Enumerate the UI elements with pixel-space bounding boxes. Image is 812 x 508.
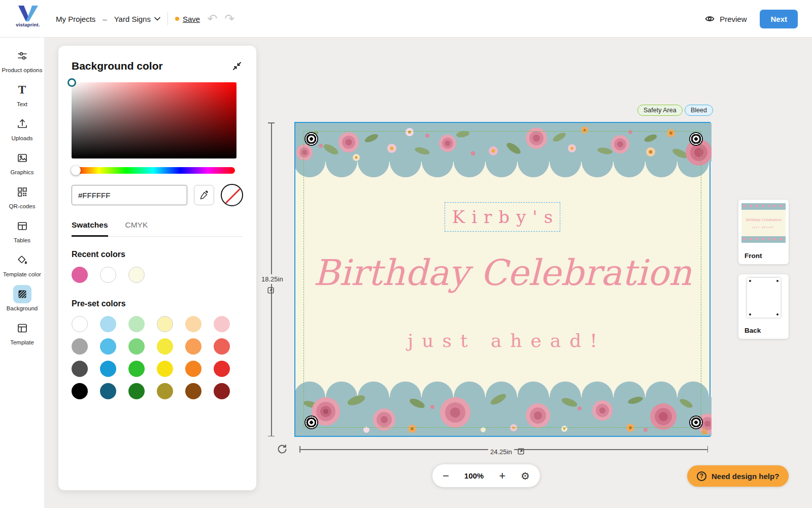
color-swatch[interactable] (72, 338, 88, 355)
need-design-help-button[interactable]: ? Need design help? (687, 465, 789, 487)
zoom-control: − 100% + ⚙ (432, 464, 540, 487)
text-selection-box[interactable]: Kirby's (445, 202, 560, 232)
hue-slider-handle[interactable] (71, 166, 81, 175)
sidebar-item-tables[interactable]: Tables (1, 217, 44, 244)
zoom-out-button[interactable]: − (443, 470, 449, 482)
paint-icon (13, 251, 31, 269)
tab-swatches[interactable]: Swatches (72, 220, 108, 237)
background-color-panel: Background color (58, 46, 256, 490)
color-swatch[interactable] (185, 361, 201, 377)
color-gradient-picker[interactable] (72, 82, 236, 158)
lock-icon (701, 428, 708, 435)
color-swatch[interactable] (128, 316, 145, 332)
color-swatch[interactable] (128, 267, 145, 283)
undo-button[interactable]: ↶ (207, 13, 217, 25)
tab-cmyk[interactable]: CMYK (125, 220, 148, 236)
sidebar-item-text[interactable]: T Text (1, 81, 44, 108)
color-swatch[interactable] (128, 338, 145, 355)
color-swatch[interactable] (100, 316, 116, 332)
color-swatch[interactable] (214, 338, 230, 355)
panel-title: Background color (72, 60, 163, 72)
front-thumbnail: Birthday Celebration just ahead! (741, 203, 786, 243)
app-root: vistaprint. My Projects – Yard Signs Sav… (0, 0, 812, 508)
front-thumb-bottom-border (741, 236, 786, 243)
color-swatch[interactable] (100, 383, 116, 399)
sidebar-item-template-color[interactable]: Template color (1, 251, 44, 278)
color-swatch[interactable] (72, 316, 88, 332)
hex-color-input[interactable] (72, 185, 187, 205)
project-name-dropdown[interactable]: Yard Signs (114, 15, 160, 23)
redo-button[interactable]: ↷ (224, 13, 234, 25)
preview-button[interactable]: Preview (704, 14, 747, 24)
my-projects-link[interactable]: My Projects (56, 15, 95, 23)
color-swatch[interactable] (214, 383, 230, 399)
sliders-icon (13, 47, 31, 65)
sidebar-item-uploads[interactable]: Uploads (1, 115, 44, 142)
color-swatch[interactable] (185, 316, 201, 332)
qr-code-icon (13, 183, 31, 201)
tool-sidebar: Product options T Text Uploads Graphics (0, 38, 45, 508)
color-swatch[interactable] (72, 361, 88, 377)
next-button[interactable]: Next (760, 10, 798, 28)
width-resize-button[interactable] (517, 448, 525, 455)
color-swatch[interactable] (214, 361, 230, 377)
chevron-down-icon (154, 17, 160, 21)
color-swatch[interactable] (100, 361, 116, 377)
template-icon (13, 319, 31, 337)
gradient-selector-handle[interactable] (67, 78, 76, 87)
preset-colors-grid (72, 316, 243, 399)
rotate-icon (277, 443, 288, 455)
collapse-panel-button[interactable] (231, 60, 243, 72)
color-swatch[interactable] (185, 383, 201, 399)
sidebar-item-graphics[interactable]: Graphics (1, 149, 44, 176)
gear-icon[interactable]: ⚙ (521, 471, 530, 481)
width-dimension-label: 24.25in (488, 447, 514, 457)
grommet-mark-top-right (689, 132, 703, 146)
page-front-card[interactable]: Birthday Celebration just ahead! Front (738, 200, 789, 264)
save-button[interactable]: Save (183, 15, 200, 23)
no-color-button[interactable] (221, 184, 243, 206)
color-swatch[interactable] (157, 383, 173, 399)
grommet-mark-bottom-left (304, 416, 318, 429)
height-resize-button[interactable] (267, 287, 275, 294)
vistaprint-v-icon (17, 5, 39, 22)
resize-icon (517, 448, 525, 455)
color-swatch[interactable] (128, 383, 145, 399)
sidebar-item-qr-codes[interactable]: QR-codes (1, 183, 44, 210)
color-swatch[interactable] (157, 361, 173, 377)
eye-icon (704, 14, 715, 24)
design-canvas[interactable]: Kirby's Birthday Celebration just ahead! (294, 122, 710, 437)
color-swatch[interactable] (157, 316, 173, 332)
color-swatch[interactable] (128, 361, 145, 377)
sidebar-item-product-options[interactable]: Product options (1, 47, 44, 74)
image-icon (13, 149, 31, 167)
design-text-line3[interactable]: just ahead! (295, 330, 709, 351)
sidebar-item-template[interactable]: Template (1, 319, 44, 346)
color-swatch[interactable] (100, 267, 116, 283)
color-swatch[interactable] (72, 383, 88, 399)
preset-colors-title: Pre-set colors (72, 299, 243, 308)
floral-border-top (295, 123, 712, 180)
swatch-tabs: Swatches CMYK (72, 220, 243, 237)
grommet-mark-top-left (304, 132, 318, 146)
bleed-badge: Bleed (685, 105, 713, 116)
floral-border-bottom (295, 379, 712, 436)
rotate-canvas-button[interactable] (277, 443, 288, 455)
vistaprint-logo[interactable]: vistaprint. (14, 5, 42, 27)
color-swatch[interactable] (185, 338, 201, 355)
zoom-in-button[interactable]: + (499, 470, 505, 482)
design-text-line2[interactable]: Birthday Celebration (295, 252, 709, 294)
hue-slider[interactable] (72, 167, 235, 174)
question-mark-icon: ? (697, 471, 706, 481)
color-swatch[interactable] (72, 267, 88, 283)
eyedropper-button[interactable] (194, 185, 214, 205)
color-swatch[interactable] (214, 316, 230, 332)
color-swatch[interactable] (157, 338, 173, 355)
color-swatch[interactable] (100, 338, 116, 355)
table-icon (13, 217, 31, 235)
zoom-level: 100% (464, 471, 484, 480)
resize-icon (267, 287, 275, 294)
sidebar-item-background[interactable]: Background (1, 285, 44, 312)
design-text-line1[interactable]: Kirby's (446, 207, 559, 227)
page-back-card[interactable]: Back (738, 274, 789, 339)
